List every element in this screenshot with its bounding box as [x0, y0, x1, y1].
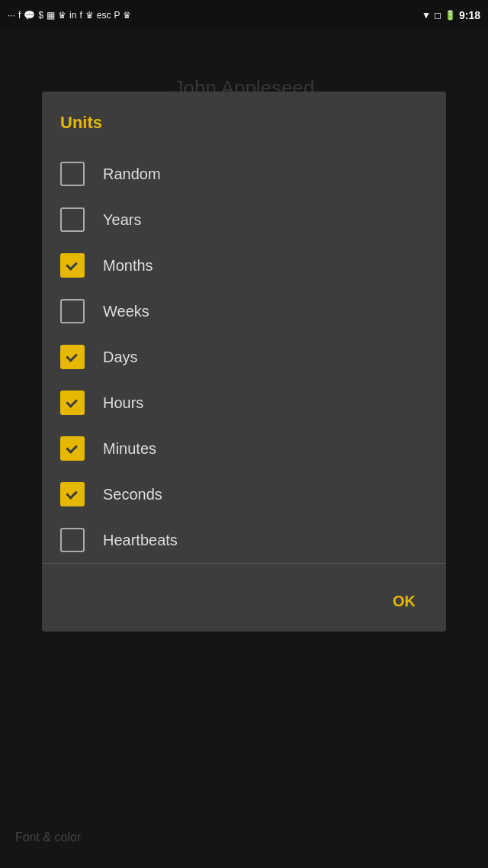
dialog-actions: OK [60, 579, 428, 616]
linkedin-icon: in [69, 10, 76, 21]
dialog-divider [42, 563, 446, 564]
checkbox-years[interactable] [60, 207, 85, 232]
checkbox-label-heartbeats: Heartbeats [103, 532, 178, 549]
checkbox-label-years: Years [103, 211, 141, 229]
checkbox-list: RandomYearsMonthsWeeksDaysHoursMinutesSe… [60, 151, 428, 563]
checkbox-heartbeats[interactable] [60, 528, 85, 552]
battery-icon: 🔋 [445, 10, 456, 21]
crown-icon3: ♛ [123, 10, 131, 21]
app-icon1: ▦ [47, 10, 55, 21]
checkbox-item-minutes[interactable]: Minutes [60, 426, 428, 471]
checkbox-months[interactable] [60, 253, 85, 278]
checkbox-days[interactable] [60, 345, 85, 369]
checkbox-hours[interactable] [60, 391, 85, 415]
wifi-icon: ▼ [422, 10, 431, 21]
menu-icon: ··· [8, 10, 15, 21]
fb-icon2: f [79, 10, 82, 21]
units-dialog: Units RandomYearsMonthsWeeksDaysHoursMin… [42, 92, 446, 632]
status-bar-left-icons: ··· f 💬 $ ▦ ♛ in f ♛ esc P ♛ [8, 10, 131, 21]
checkbox-item-seconds[interactable]: Seconds [60, 471, 428, 517]
checkbox-item-heartbeats[interactable]: Heartbeats [60, 517, 428, 563]
checkbox-item-days[interactable]: Days [60, 334, 428, 380]
checkbox-random[interactable] [60, 162, 85, 186]
pinterest-icon: P [114, 10, 120, 21]
checkbox-item-months[interactable]: Months [60, 243, 428, 288]
whatsapp-icon: 💬 [24, 10, 35, 21]
fb-icon: f [18, 10, 21, 21]
signal-icon: ◻ [434, 10, 441, 21]
checkbox-item-years[interactable]: Years [60, 197, 428, 243]
checkbox-seconds[interactable] [60, 482, 85, 506]
checkbox-label-days: Days [103, 349, 138, 366]
dialog-title: Units [60, 113, 428, 133]
crown-icon: ♛ [58, 10, 66, 21]
time-display: 9:18 [459, 9, 480, 21]
checkbox-label-seconds: Seconds [103, 486, 162, 503]
crown-icon2: ♛ [85, 10, 94, 21]
status-bar-right-icons: ▼ ◻ 🔋 9:18 [422, 9, 480, 21]
checkbox-label-minutes: Minutes [103, 440, 156, 458]
checkbox-weeks[interactable] [60, 299, 85, 323]
checkbox-item-hours[interactable]: Hours [60, 380, 428, 426]
checkbox-item-random[interactable]: Random [60, 151, 428, 197]
status-bar: ··· f 💬 $ ▦ ♛ in f ♛ esc P ♛ ▼ ◻ 🔋 9:18 [0, 0, 488, 31]
dialog-overlay: Units RandomYearsMonthsWeeksDaysHoursMin… [0, 31, 488, 868]
ok-button[interactable]: OK [380, 587, 428, 616]
checkbox-minutes[interactable] [60, 436, 85, 461]
checkbox-label-hours: Hours [103, 394, 143, 412]
checkbox-item-weeks[interactable]: Weeks [60, 288, 428, 334]
checkbox-label-weeks: Weeks [103, 303, 149, 320]
checkbox-label-random: Random [103, 166, 161, 183]
dollar-icon: $ [38, 10, 43, 21]
checkbox-label-months: Months [103, 257, 153, 275]
esc-icon: esc [97, 10, 111, 21]
